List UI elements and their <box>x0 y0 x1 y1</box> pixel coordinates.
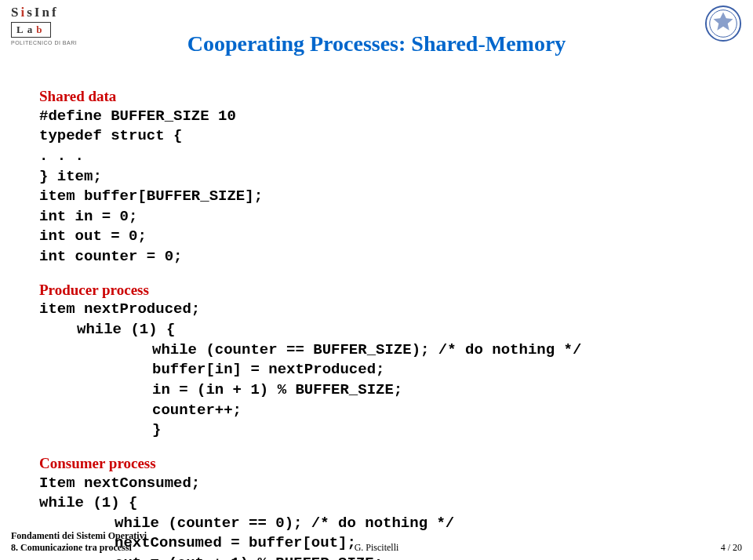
slide-title: Cooperating Processes: Shared-Memory <box>0 31 753 56</box>
footer-left-1: Fondamenti dei Sistemi Operativi <box>11 530 742 542</box>
code-line: item nextProduced; <box>39 300 714 320</box>
code-line: int out = 0; <box>39 227 714 247</box>
shared-data-heading: Shared data <box>39 86 714 107</box>
code-line: out = (out + 1) % BUFFER_SIZE; <box>115 554 714 560</box>
code-line: #define BUFFER_SIZE 10 <box>39 107 714 127</box>
code-line: while (1) { <box>39 493 714 514</box>
footer-author: G. Piscitelli <box>355 542 399 554</box>
code-line: Item nextConsumed; <box>39 474 714 494</box>
code-line: int in = 0; <box>39 207 714 227</box>
consumer-heading: Consumer process <box>39 453 714 474</box>
footer-left-2: 8. Comunicazione tra processi <box>11 542 132 554</box>
slide-body: Shared data #define BUFFER_SIZE 10 typed… <box>39 86 714 560</box>
code-line: while (1) { <box>77 320 714 340</box>
code-line: buffer[in] = nextProduced; <box>152 360 714 380</box>
code-line: typedef struct { <box>39 126 714 147</box>
code-line: item buffer[BUFFER_SIZE]; <box>39 187 714 207</box>
code-line: counter++; <box>152 401 714 421</box>
producer-heading: Producer process <box>39 280 714 300</box>
code-line: int counter = 0; <box>39 247 714 267</box>
code-line: . . . <box>39 147 714 167</box>
code-line: in = (in + 1) % BUFFER_SIZE; <box>152 380 714 401</box>
code-line: while (counter == BUFFER_SIZE); /* do no… <box>152 340 714 361</box>
code-line: } item; <box>39 167 714 187</box>
code-line: } <box>152 420 714 441</box>
footer: Fondamenti dei Sistemi Operativi 8. Comu… <box>11 530 742 554</box>
footer-page: 4 / 20 <box>721 542 742 554</box>
